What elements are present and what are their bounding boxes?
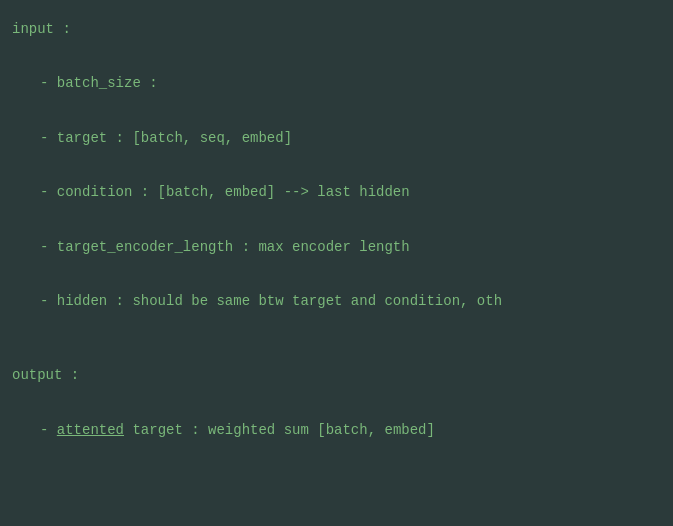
- code-block: input : - batch_size : - target : [batch…: [0, 8, 673, 451]
- output-label: output :: [0, 358, 673, 392]
- attented-target-line: - attented target : weighted sum [batch,…: [0, 413, 673, 447]
- attented-suffix: target : weighted sum [batch, embed]: [124, 422, 435, 438]
- target-line: - target : [batch, seq, embed]: [0, 121, 673, 155]
- hidden-line: - hidden : should be same btw target and…: [0, 284, 673, 318]
- batch-size-line: - batch_size :: [0, 66, 673, 100]
- dash-prefix: -: [40, 422, 57, 438]
- condition-line: - condition : [batch, embed] --> last hi…: [0, 175, 673, 209]
- target-encoder-length-line: - target_encoder_length : max encoder le…: [0, 230, 673, 264]
- input-label: input :: [0, 12, 673, 46]
- attented-word: attented: [57, 422, 124, 438]
